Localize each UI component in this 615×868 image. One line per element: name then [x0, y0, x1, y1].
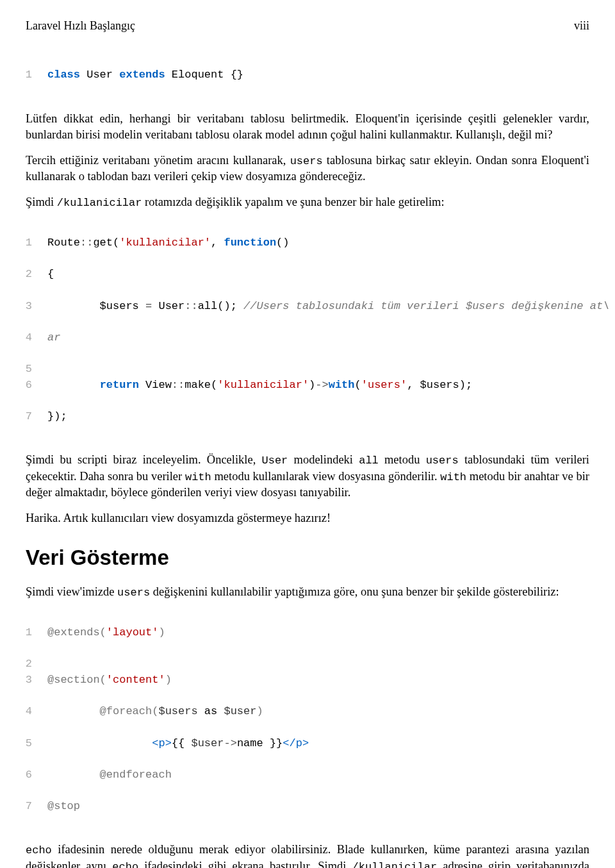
code-line: return View::make('kullanicilar')->with(…	[47, 378, 472, 394]
code-line: <p>{{ $user->name }}</p>	[47, 736, 309, 752]
inline-code: /kullanicilar	[57, 197, 142, 209]
lineno: 7	[10, 799, 32, 815]
code-line: @endforeach	[47, 767, 172, 783]
code-line: @section('content')	[47, 672, 172, 689]
paragraph: Şimdi bu scripti biraz inceleyelim. Önce…	[26, 452, 589, 501]
inline-code: echo	[112, 861, 138, 868]
header-page: viii	[574, 18, 589, 34]
lineno: 3	[10, 672, 32, 689]
lineno: 6	[10, 378, 32, 394]
section-heading: Veri Gösterme	[26, 543, 589, 572]
code-line: });	[47, 409, 67, 425]
inline-code: users	[290, 155, 323, 167]
code-line: @foreach($users as $user)	[47, 704, 263, 720]
code-line: @extends('layout')	[47, 625, 165, 641]
inline-code: with	[185, 471, 211, 483]
inline-code: with	[440, 471, 466, 483]
lineno: 6	[10, 767, 32, 783]
paragraph: echo ifadesinin nerede olduğunu merak ed…	[26, 842, 589, 868]
lineno: 1	[10, 67, 32, 83]
code-line: class User extends Eloquent {}	[47, 67, 243, 83]
code-block-3: 1@extends('layout') 2 3@section('content…	[26, 609, 589, 830]
code-line: {	[47, 267, 54, 283]
page-header: Laravel Hızlı Başlangıç viii	[26, 18, 589, 34]
inline-code: users	[426, 455, 459, 467]
paragraph: Şimdi view'imizde users değişkenini kull…	[26, 584, 589, 601]
code-line: $users = User::all(); //Users tablosunda…	[47, 299, 609, 315]
paragraph: Tercih ettiğiniz veritabanı yönetim arac…	[26, 153, 589, 185]
lineno: 4	[10, 704, 32, 720]
inline-code: /kullanicilar	[352, 861, 438, 868]
lineno: 5	[10, 362, 32, 378]
lineno: 7	[10, 409, 32, 425]
code-block-2: 1Route::get('kullanicilar', function() 2…	[26, 219, 589, 440]
inline-code: echo	[26, 844, 52, 856]
lineno: 3	[10, 299, 32, 315]
lineno: 4	[10, 330, 32, 346]
paragraph: Harika. Artık kullanıcıları view dosyamı…	[26, 510, 589, 527]
paragraph: Şimdi /kullanicilar rotamızda değişiklik…	[26, 194, 589, 211]
code-block-1: 1class User extends Eloquent {}	[26, 52, 589, 99]
inline-code: all	[359, 455, 379, 467]
header-title: Laravel Hızlı Başlangıç	[26, 18, 135, 34]
paragraph: Lütfen dikkat edin, herhangi bir veritab…	[26, 111, 589, 144]
lineno: 2	[10, 267, 32, 283]
code-line: @stop	[47, 799, 80, 815]
code-line: ar	[47, 330, 60, 346]
lineno: 1	[10, 625, 32, 641]
lineno: 5	[10, 736, 32, 752]
inline-code: users	[117, 587, 150, 599]
code-line: Route::get('kullanicilar', function()	[47, 235, 290, 251]
lineno: 2	[10, 656, 32, 672]
lineno: 1	[10, 235, 32, 251]
inline-code: User	[262, 455, 288, 467]
